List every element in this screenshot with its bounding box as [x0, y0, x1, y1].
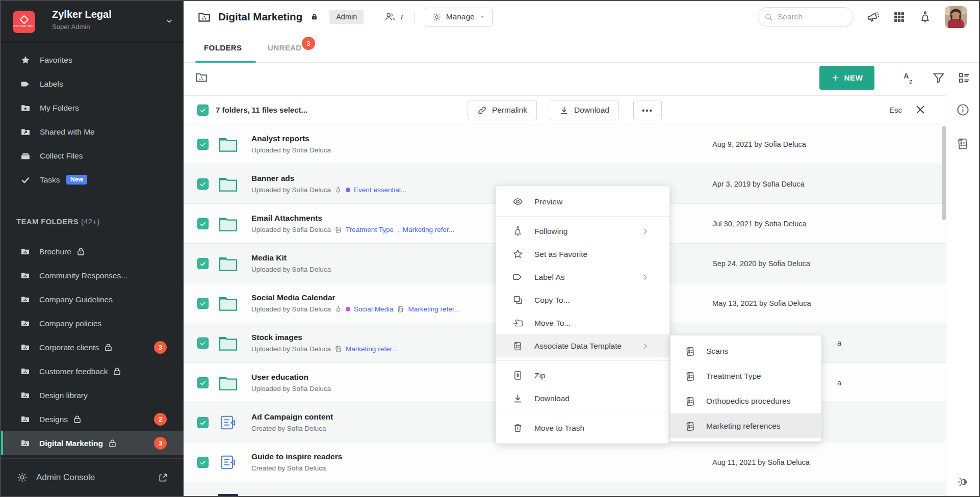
sidebar-item-brochure[interactable]: Brochure [1, 240, 184, 264]
file-row-magazine-ad-pdf[interactable]: Magazine ad.pdf [184, 482, 948, 496]
sidebar-item-designs[interactable]: Designs2 [1, 407, 184, 431]
sidebar-item-corporate-clients[interactable]: Corporate clients3 [1, 335, 184, 359]
menu-item-copy-to[interactable]: Copy To... [496, 289, 669, 311]
filter-funnel-icon[interactable] [932, 71, 945, 85]
megaphone-icon[interactable] [867, 11, 880, 23]
file-date: Apr 3, 2019 by Sofia Deluca [712, 164, 805, 204]
pdf-thumbnail [218, 493, 238, 496]
download-label: Download [574, 106, 609, 115]
data-template-icon[interactable] [956, 137, 970, 150]
menu-item-move-to[interactable]: Move To... [496, 311, 669, 334]
members-count[interactable]: 7 [384, 11, 403, 22]
scrollbar-thumb[interactable] [942, 126, 946, 220]
row-checkbox[interactable] [197, 417, 209, 428]
org-switcher[interactable]: ZYLKER INC. Zylker Legal Super Admin [1, 1, 184, 43]
menu-item-label: Set as Favorite [534, 250, 587, 259]
row-checkbox[interactable] [197, 337, 209, 349]
gear-icon [432, 12, 442, 22]
external-link-icon[interactable] [158, 473, 168, 483]
sidebar-item-design-library[interactable]: Design library [1, 383, 184, 407]
theme-toggle-icon[interactable] [956, 475, 970, 489]
apps-grid-icon[interactable] [893, 11, 906, 23]
folder-outline-icon[interactable] [195, 71, 208, 84]
row-checkbox[interactable] [197, 218, 209, 229]
file-date: a [837, 323, 841, 363]
search-icon [764, 13, 773, 21]
menu-divider [496, 413, 669, 413]
row-checkbox[interactable] [197, 457, 209, 468]
template-link[interactable]: Treatment Type [346, 226, 394, 233]
unread-count-badge: 3 [154, 437, 167, 450]
selection-summary: 7 folders, 11 files select... [216, 106, 307, 114]
file-text: Guide to inspire readersCreated by Sofia… [251, 452, 342, 472]
sidebar-item-labels[interactable]: Labels [1, 72, 184, 96]
menu-item-label: Associate Data Template [534, 342, 622, 351]
user-avatar[interactable] [945, 6, 967, 28]
menu-item-preview[interactable]: Preview [496, 190, 669, 213]
menu-item-download[interactable]: Download [496, 387, 669, 410]
menu-item-zip[interactable]: Zip [496, 364, 669, 387]
file-meta: Uploaded by Sofia DelucaMarketing refer.… [251, 345, 397, 353]
file-row-guide-to-inspire-readers[interactable]: Guide to inspire readersCreated by Sofia… [184, 442, 948, 482]
more-actions-button[interactable]: ••• [633, 100, 662, 120]
submenu-item-scans[interactable]: Scans [670, 338, 821, 363]
submenu-item-treatment-type[interactable]: Treatment Type [670, 363, 821, 388]
search-input[interactable] [778, 12, 839, 21]
template-link[interactable]: Marketing refer... [403, 226, 454, 233]
sidebar-item-shared-with-me[interactable]: Shared with Me [1, 120, 184, 144]
collect-icon [20, 151, 31, 161]
sidebar-item-tasks[interactable]: TasksNew [1, 168, 184, 192]
close-icon[interactable] [914, 103, 926, 116]
sidebar-item-favorites[interactable]: Favorites [1, 48, 184, 72]
sidebar-nav: FavoritesLabelsMy FoldersShared with MeC… [1, 48, 184, 192]
row-checkbox[interactable] [197, 139, 209, 150]
menu-item-label-as[interactable]: Label As [496, 266, 669, 289]
select-all-checkbox[interactable] [197, 104, 209, 116]
file-name: Media Kit [251, 253, 331, 263]
new-button[interactable]: NEW [819, 66, 874, 90]
label-link[interactable]: Social Media [354, 305, 393, 313]
file-row-analyst-reports[interactable]: Analyst reportsUploaded by Sofia DelucaA… [184, 124, 948, 164]
info-icon[interactable] [956, 103, 970, 117]
template-link[interactable]: Marketing refer... [346, 345, 397, 353]
team-folder-label: Design library [39, 391, 88, 400]
search-box[interactable] [758, 7, 854, 27]
view-options-icon[interactable] [958, 71, 971, 85]
sidebar-item-my-folders[interactable]: My Folders [1, 96, 184, 120]
menu-item-associate-data-template[interactable]: Associate Data Template [496, 334, 669, 357]
bell-icon[interactable] [919, 11, 932, 23]
chevron-down-icon[interactable] [165, 17, 173, 25]
label-link[interactable]: Event essential... [354, 186, 406, 194]
sidebar-item-label: Shared with Me [40, 127, 95, 137]
menu-item-following[interactable]: Following [496, 220, 669, 243]
download-button[interactable]: Download [550, 100, 619, 120]
row-checkbox[interactable] [197, 178, 209, 190]
file-text: Banner adsUploaded by Sofia DelucaEvent … [251, 174, 406, 194]
sort-az-icon[interactable]: Az [902, 71, 916, 85]
menu-item-label: Label As [534, 273, 564, 282]
divider [414, 11, 415, 23]
submenu-item-orthopedics-procedures[interactable]: Orthopedics procedures [670, 388, 821, 413]
menu-item-move-to-trash[interactable]: Move to Trash [496, 416, 669, 439]
row-checkbox[interactable] [197, 258, 209, 269]
sidebar-item-company-guidelines[interactable]: Company Guidelines [1, 287, 184, 311]
sidebar-item-label: Favorites [40, 56, 72, 65]
sidebar-item-digital-marketing[interactable]: Digital Marketing3 [1, 431, 184, 455]
row-checkbox[interactable] [197, 298, 209, 309]
sidebar-item-company-policies[interactable]: Company policies [1, 311, 184, 335]
tab-folders[interactable]: FOLDERS [204, 33, 242, 62]
template-link[interactable]: Marketing refer... [408, 305, 459, 313]
tab-unread[interactable]: UNREAD [268, 33, 302, 62]
menu-item-label: Preview [534, 197, 562, 206]
manage-button[interactable]: Manage [425, 8, 493, 27]
sidebar-item-community-responses[interactable]: Community Responses... [1, 264, 184, 287]
menu-item-set-as-favorite[interactable]: Set as Favorite [496, 243, 669, 266]
sidebar-item-customer-feedback[interactable]: Customer feedback [1, 359, 184, 383]
file-date: May 13, 2021 by Sofia Deluca [712, 283, 811, 323]
sidebar-item-collect-files[interactable]: Collect Files [1, 144, 184, 168]
permalink-button[interactable]: Permalink [468, 100, 537, 120]
submenu-item-marketing-references[interactable]: Marketing references [670, 413, 821, 438]
page-title: Digital Marketing [218, 11, 302, 23]
sidebar-item-admin-console[interactable]: Admin Console [1, 458, 184, 496]
row-checkbox[interactable] [197, 377, 209, 388]
